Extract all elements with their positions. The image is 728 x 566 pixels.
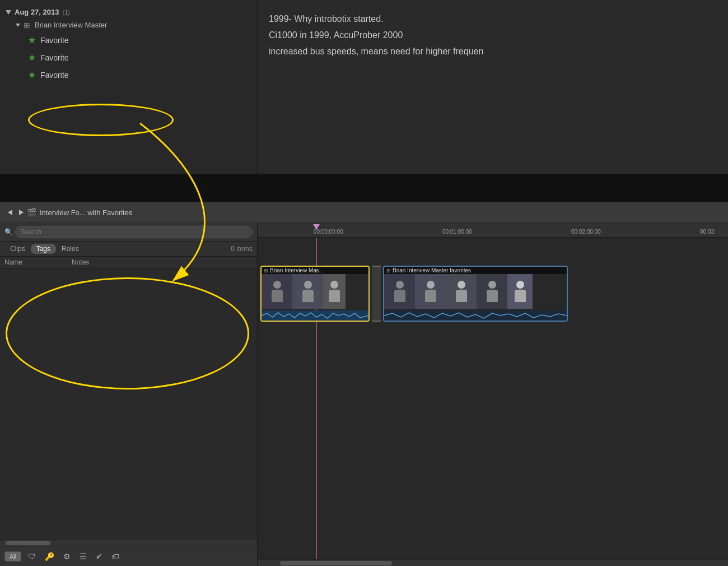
clip-triangle [16, 24, 20, 27]
thumb-f4 [477, 274, 507, 309]
favorite-label-2: Favorite [40, 53, 69, 62]
timeline-scrollbar[interactable] [258, 559, 728, 566]
thumb-f1 [384, 274, 415, 309]
clip-selected-label: Brian Interview Mas... [270, 267, 324, 273]
thumb-f5 [507, 274, 533, 309]
timeline-panel: 00:00:00:00 00:01:00:00 00:02:00:00 00:0… [258, 223, 728, 566]
lower-section: 🔍 Clips Tags Roles 0 items Name Notes Al… [0, 223, 728, 566]
person-1 [262, 274, 292, 309]
search-input[interactable] [15, 226, 253, 238]
toolbar-title: Interview Fo... with Favorites [40, 208, 132, 217]
browser-content [0, 268, 257, 539]
top-section: Aug 27, 2013 (1) Brian Interview Master … [0, 0, 728, 174]
clip-selected-icon: ⊞ [264, 268, 268, 273]
clip-favorites[interactable]: ⊞ Brian Interview Master favorites [383, 266, 568, 322]
browser-scrollbar-thumb[interactable] [6, 541, 50, 545]
favorite-label-3: Favorite [40, 71, 69, 80]
favorite-row-3[interactable]: ★ Favorite [0, 66, 257, 83]
clip-selected[interactable]: ⊞ Brian Interview Mas... [260, 266, 370, 322]
favorite-row-2[interactable]: ★ Favorite [0, 49, 257, 66]
timeline-content: ⊞ Brian Interview Mas... [258, 238, 728, 559]
star-icon-1: ★ [28, 35, 36, 45]
list-button[interactable]: ☰ [77, 551, 89, 562]
person-2 [292, 274, 323, 309]
playhead-triangle [313, 224, 320, 230]
thumb-3 [323, 274, 346, 309]
clip-favorites-waveform [384, 310, 567, 321]
metadata-line-1: 1999- Why introbotix started. [269, 11, 717, 27]
person-f1 [384, 274, 415, 309]
thumb-f2 [415, 274, 446, 309]
search-magnifier-icon: 🔍 [4, 228, 13, 236]
thumb-1 [262, 274, 292, 309]
ruler-marker-3: 00:03: [700, 229, 716, 235]
browser-scrollbar[interactable] [0, 539, 257, 546]
forward-button[interactable] [16, 208, 27, 216]
person-f4 [477, 274, 507, 309]
flag-button[interactable]: 🏷 [109, 551, 122, 562]
browser-footer: All 🛡 🔑 ⚙ ☰ ✔ 🏷 [0, 546, 257, 566]
checklist-button[interactable]: ✔ [94, 551, 105, 562]
ruler-marker-2: 00:02:00:00 [571, 229, 601, 235]
date-label: Aug 27, 2013 [15, 8, 59, 16]
film-icon: 🎬 [27, 208, 36, 217]
metadata-line-3: increased bus speeds, means need for hig… [269, 44, 717, 60]
item-count: 0 items [231, 245, 253, 253]
gear-button[interactable]: ⚙ [61, 551, 73, 562]
filter-tabs: Clips Tags Roles 0 items [0, 242, 257, 257]
timeline-scrollbar-thumb[interactable] [280, 561, 392, 565]
all-button[interactable]: All [4, 551, 21, 562]
star-icon-2: ★ [28, 52, 36, 63]
col-notes-header: Notes [72, 258, 89, 266]
person-f3 [446, 274, 477, 309]
thumb-2 [292, 274, 323, 309]
date-count: (1) [63, 9, 70, 16]
grid-icon [24, 21, 31, 29]
clip-connector [372, 266, 381, 322]
browser-panel: 🔍 Clips Tags Roles 0 items Name Notes Al… [0, 223, 258, 566]
col-name-header: Name [4, 258, 72, 266]
star-icon-3: ★ [28, 69, 36, 80]
column-headers: Name Notes [0, 257, 257, 268]
favorite-label-1: Favorite [40, 36, 69, 45]
timeline-ruler: 00:00:00:00 00:01:00:00 00:02:00:00 00:0… [258, 223, 728, 238]
arrow-right-icon [19, 210, 24, 215]
tab-clips[interactable]: Clips [4, 244, 31, 254]
clip-selected-waveform [262, 310, 368, 321]
back-button[interactable] [4, 208, 16, 216]
clip-name: Brian Interview Master [35, 21, 107, 29]
shield-button[interactable]: 🛡 [26, 551, 38, 562]
key-button[interactable]: 🔑 [43, 551, 57, 562]
clip-favorites-label: Brian Interview Master favorites [393, 267, 471, 273]
clip-selected-header: ⊞ Brian Interview Mas... [262, 267, 368, 274]
middle-toolbar: 🎬 Interview Fo... with Favorites [0, 202, 728, 223]
collapse-triangle[interactable] [6, 10, 11, 15]
thumb-f3 [446, 274, 477, 309]
clip-favorites-header: ⊞ Brian Interview Master favorites [384, 267, 567, 274]
clip-selected-thumbs [262, 274, 368, 310]
person-3 [323, 274, 346, 309]
arrow-left-icon [8, 210, 12, 215]
clip-favorites-icon: ⊞ [386, 268, 391, 273]
clip-favorites-thumbs [384, 274, 567, 310]
person-f5 [507, 274, 533, 309]
clip-row[interactable]: Brian Interview Master [0, 18, 257, 31]
ruler-marker-1: 00:01:00:00 [442, 229, 472, 235]
person-f2 [415, 274, 446, 309]
tab-tags[interactable]: Tags [31, 244, 56, 254]
date-row[interactable]: Aug 27, 2013 (1) [0, 6, 257, 18]
metadata-panel: 1999- Why introbotix started. Ci1000 in … [258, 0, 728, 174]
tab-roles[interactable]: Roles [56, 244, 85, 254]
metadata-line-2: Ci1000 in 1999, AccuProber 2000 [269, 27, 717, 44]
favorite-row-1[interactable]: ★ Favorite [0, 31, 257, 49]
search-bar: 🔍 [0, 223, 257, 242]
black-divider [0, 174, 728, 202]
library-panel: Aug 27, 2013 (1) Brian Interview Master … [0, 0, 258, 174]
timeline-track: ⊞ Brian Interview Mas... [258, 266, 728, 327]
